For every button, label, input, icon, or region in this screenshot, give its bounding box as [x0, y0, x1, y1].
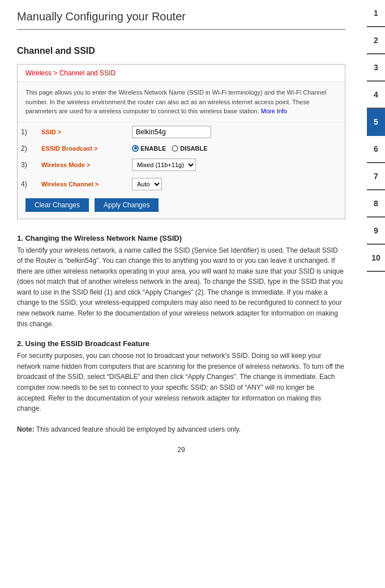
ssid-control: [132, 126, 337, 138]
router-config-panel: Wireless > Channel and SSID This page al…: [17, 64, 345, 219]
row-number-1: 1): [21, 128, 27, 136]
note-label: Note:: [17, 425, 35, 433]
ssid-row: 1) SSID >: [33, 122, 345, 142]
row-number-3: 3): [21, 161, 27, 169]
section-heading: Channel and SSID: [17, 46, 345, 56]
enable-radio-dot: [132, 145, 139, 152]
tab-2[interactable]: 2: [367, 27, 385, 54]
wireless-mode-row: 3) Wireless Mode > Mixed (11b+11g) 11b o…: [33, 155, 345, 174]
tab-5[interactable]: 5: [367, 109, 385, 136]
clear-changes-button[interactable]: Clear Changes: [25, 198, 89, 212]
tab-9[interactable]: 9: [367, 218, 385, 245]
panel-buttons: Clear Changes Apply Changes: [18, 194, 345, 219]
body-heading-1: 1. Changing the Wireless Network Name (S…: [17, 234, 345, 242]
panel-header: Wireless > Channel and SSID: [18, 65, 345, 82]
body-heading-2: 2. Using the ESSID Broadcast Feature: [17, 339, 345, 348]
wireless-mode-label: Wireless Mode >: [41, 161, 132, 168]
panel-description: This page allows you to enter the Wirele…: [18, 82, 345, 122]
essid-broadcast-row: 2) ESSID Broadcast > ENABLE DISABLE: [33, 142, 345, 155]
page-title: Manually Configuring your Router: [17, 0, 345, 30]
tab-10[interactable]: 10: [367, 245, 385, 272]
enable-label: ENABLE: [140, 145, 166, 152]
wireless-channel-select[interactable]: Auto 1 2 3 4 5 6: [132, 178, 162, 190]
more-info-link[interactable]: More Info: [261, 108, 287, 114]
essid-control: ENABLE DISABLE: [132, 145, 337, 152]
body-section-note: Note: This advanced feature should be em…: [17, 424, 345, 435]
tab-4[interactable]: 4: [367, 82, 385, 109]
body-section-1: 1. Changing the Wireless Network Name (S…: [17, 234, 345, 330]
main-content: Manually Configuring your Router Channel…: [0, 0, 362, 476]
wireless-channel-label: Wireless Channel >: [41, 181, 132, 188]
row-number-4: 4): [21, 180, 27, 188]
note-text: This advanced feature should be employed…: [36, 425, 241, 433]
ssid-label: SSID >: [41, 129, 132, 135]
tab-8[interactable]: 8: [367, 190, 385, 218]
body-section-2: 2. Using the ESSID Broadcast Feature For…: [17, 339, 345, 414]
tab-6[interactable]: 6: [367, 136, 385, 163]
row-number-2: 2): [21, 144, 27, 152]
ssid-input[interactable]: [132, 126, 211, 138]
body-text-1: To identify your wireless network, a nam…: [17, 245, 345, 330]
body-text-2: For security purposes, you can choose no…: [17, 351, 345, 414]
wireless-mode-control: Mixed (11b+11g) 11b only 11g only: [132, 159, 337, 171]
side-navigation: 1 2 3 4 5 6 7 8 9 10: [367, 0, 385, 272]
body-text-note: Note: This advanced feature should be em…: [17, 424, 345, 435]
wireless-mode-select[interactable]: Mixed (11b+11g) 11b only 11g only: [132, 159, 196, 171]
page-number: 29: [17, 446, 345, 454]
wireless-channel-row: 4) Wireless Channel > Auto 1 2 3 4 5 6: [33, 174, 345, 194]
disable-radio-dot: [172, 145, 178, 152]
wireless-channel-control: Auto 1 2 3 4 5 6: [132, 178, 337, 190]
disable-label: DISABLE: [180, 145, 207, 152]
tab-3[interactable]: 3: [367, 54, 385, 82]
tab-7[interactable]: 7: [367, 163, 385, 190]
essid-radio-group: ENABLE DISABLE: [132, 145, 208, 152]
tab-1[interactable]: 1: [367, 0, 385, 27]
enable-option[interactable]: ENABLE: [132, 145, 166, 152]
essid-label: ESSID Broadcast >: [41, 145, 132, 152]
disable-option[interactable]: DISABLE: [172, 145, 207, 152]
apply-changes-button[interactable]: Apply Changes: [95, 198, 159, 212]
